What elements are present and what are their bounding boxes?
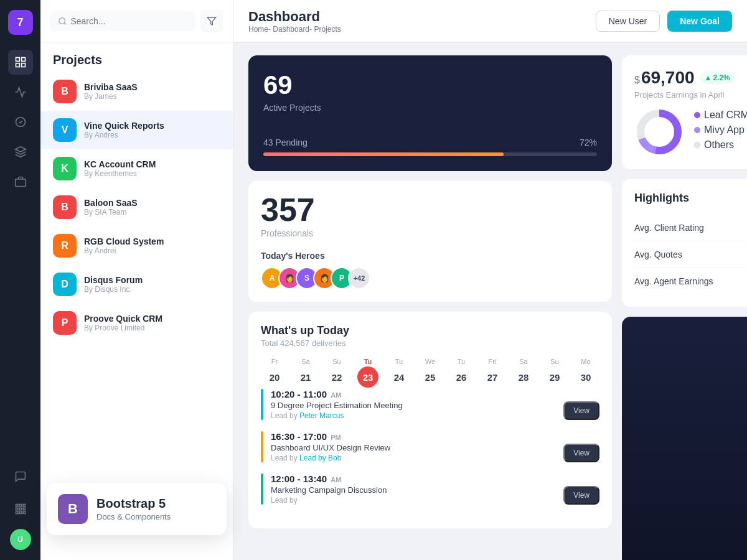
progress-bar-wrap [263,152,597,156]
right-dark-panel: Explore Help Buy now Report Cecnter View… [622,317,747,560]
professionals-label: Professionals [261,228,315,238]
bootstrap-card[interactable]: B Bootstrap 5 Docs & Components [47,483,227,535]
cal-day: Mo 30 [572,358,599,389]
filter-button[interactable] [200,10,223,32]
sidebar-icon-check[interactable] [8,110,33,134]
event-person-link[interactable]: Lead by Bob [299,454,341,462]
left-column: 69 Active Projects 43 Pending 72% 357 [248,55,612,560]
svg-rect-11 [19,508,21,510]
top-bar: Dashboard Home- Dashboard- Projects New … [233,0,747,43]
sidebar: 7 U [0,0,40,560]
list-item[interactable]: B Baloon SaaS By SIA Team [40,188,233,226]
projects-title: Projects [40,43,233,72]
event-details: 12:00 - 13:40 AM Marketing Campaign Disc… [271,474,387,505]
legend-item: Mivy App [694,124,747,136]
sidebar-icon-briefcase[interactable] [8,169,33,194]
earnings-label: Projects Earnings in April [634,90,747,100]
event-lead: Lead by [271,496,387,505]
cal-day-active: Tu 23 [354,358,382,389]
pending-count: 43 Pending [263,138,308,147]
event-bar [261,431,263,462]
side-tabs-container: Explore Help Buy now [622,329,747,450]
heroes-section: Today's Heroes A 👩 S 👩 P +42 [261,251,599,289]
top-actions: New User New Goal [596,11,732,32]
highlight-row: Avg. Agent Earnings ↗ $2,309 [634,268,747,294]
event-view-button[interactable]: View [563,486,599,505]
event-time: 16:30 - 17:00 PM [271,431,390,442]
highlight-name: Avg. Client Rating [634,223,704,233]
list-item[interactable]: B Briviba SaaS By James [40,72,233,111]
project-info: Disqus Forum By Disqus Inc. [84,275,143,294]
event-title: Dashboard UI/UX Design Review [271,443,390,452]
svg-rect-7 [16,505,17,506]
event-view-button[interactable]: View [563,401,599,420]
sidebar-icon-message[interactable] [8,464,33,489]
right-column: $69,700 ▲2.2% Projects Earnings in April [622,55,747,560]
highlights-card: Highlights Avg. Client Rating ↗ 7.8 10 A… [622,179,747,307]
svg-rect-10 [16,508,17,510]
project-info: Briviba SaaS By James [84,82,138,101]
svg-rect-6 [15,179,26,187]
search-input[interactable] [70,16,188,26]
bootstrap-info: Bootstrap 5 Docs & Components [96,497,171,521]
project-logo: K [53,157,77,180]
projects-panel: Projects B Briviba SaaS By James V Vine … [40,0,233,560]
project-logo: B [53,195,77,219]
svg-rect-13 [16,511,17,513]
project-info: Baloon SaaS By SIA Team [84,198,138,217]
professionals-card: 357 Professionals Today's Heroes A 👩 S 👩… [248,181,612,302]
project-info: Vine Quick Reports By Andres [84,121,164,139]
highlight-name: Avg. Quotes [634,250,682,259]
active-projects-number: 69 [263,70,597,100]
calendar-card: What's up Today Total 424,567 deliveries… [248,312,612,528]
sidebar-icon-chart[interactable] [8,80,33,105]
event-lead: Lead by Lead by Bob [271,454,390,462]
event-item: 10:20 - 11:00 AM 9 Degree Project Estima… [261,389,599,420]
active-projects-label: Active Projects [263,103,597,113]
earnings-top: $69,700 ▲2.2% [634,68,747,88]
event-item: 16:30 - 17:00 PM Dashboard UI/UX Design … [261,431,599,462]
page-title: Dashboard [248,9,341,25]
user-avatar[interactable]: U [10,529,31,550]
svg-rect-2 [16,63,19,67]
svg-rect-0 [16,58,19,62]
sidebar-icon-apps[interactable] [8,497,33,521]
new-user-button[interactable]: New User [596,11,660,32]
event-details: 10:20 - 11:00 AM 9 Degree Project Estima… [271,389,403,420]
earnings-amount: $69,700 [634,68,695,88]
cal-day: Su 22 [323,358,350,389]
list-item[interactable]: V Vine Quick Reports By Andres [40,111,233,149]
sidebar-icon-layers[interactable] [8,139,33,164]
legend-item: Others [694,139,747,151]
highlight-name: Avg. Agent Earnings [634,276,713,286]
cal-day: Tu 26 [448,358,475,389]
event-view-button[interactable]: View [563,444,599,462]
list-item[interactable]: K KC Account CRM By Keenthemes [40,149,233,188]
sidebar-avatar[interactable]: 7 [8,10,33,35]
list-item[interactable]: P Proove Quick CRM By Proove Limited [40,304,233,342]
cal-day: Fri 27 [479,358,506,389]
project-logo: R [53,234,77,258]
legend: Leaf CRM Mivy App Others [694,110,747,154]
project-logo: B [53,80,77,103]
search-input-wrap[interactable] [50,11,195,31]
svg-marker-18 [207,17,215,25]
professionals-count: 357 [261,194,315,226]
svg-rect-14 [19,511,21,513]
svg-rect-1 [21,58,25,62]
list-item[interactable]: R RGB Cloud System By Andrei [40,226,233,265]
cal-day: Sa 21 [292,358,319,389]
earnings-card: $69,700 ▲2.2% Projects Earnings in April [622,55,747,169]
highlight-row: Avg. Quotes ↙ 730 [634,241,747,268]
list-item[interactable]: D Disqus Forum By Disqus Inc. [40,265,233,304]
whatsup-subtitle: Total 424,567 deliveries [261,338,599,348]
project-logo: V [53,118,77,142]
filter-icon [207,16,217,26]
cal-day: We 25 [416,358,444,389]
progress-bar-fill [263,152,504,156]
new-goal-button[interactable]: New Goal [667,11,732,32]
cal-day: Sa 28 [510,358,537,389]
event-person-link[interactable]: Peter Marcus [299,411,344,420]
heroes-label: Today's Heroes [261,251,599,261]
sidebar-icon-grid[interactable] [8,50,33,75]
